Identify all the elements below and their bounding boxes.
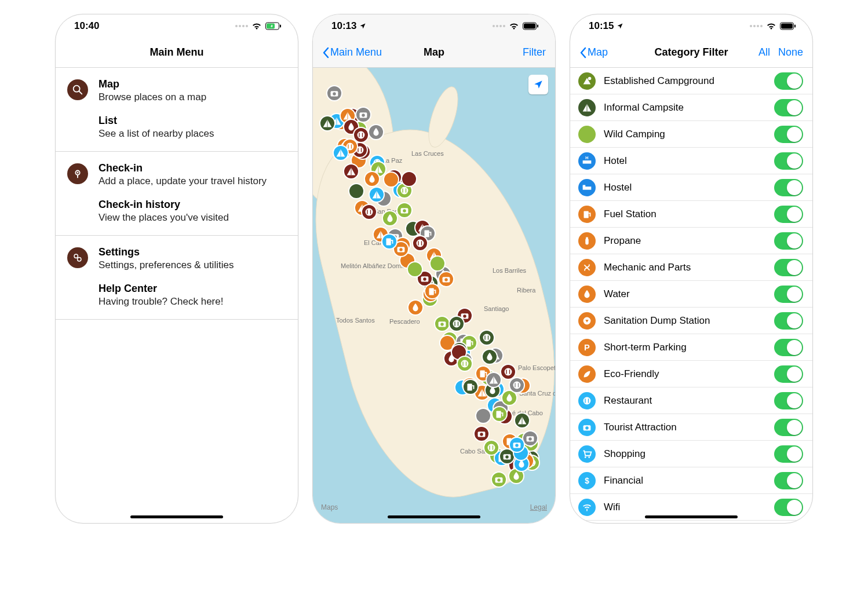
map-pin[interactable] bbox=[369, 186, 385, 203]
none-button[interactable]: None bbox=[778, 46, 803, 58]
filter-button[interactable]: Filter bbox=[523, 46, 546, 58]
filter-row[interactable]: Fuel Station bbox=[570, 201, 812, 228]
map-pin[interactable] bbox=[434, 316, 450, 332]
filter-row[interactable]: Informal Campsite bbox=[570, 94, 812, 121]
filter-row[interactable]: Propane bbox=[570, 228, 812, 254]
map-pin[interactable] bbox=[407, 299, 424, 316]
map-pin[interactable] bbox=[462, 379, 479, 395]
filter-row[interactable]: Mechanic and Parts bbox=[570, 254, 812, 281]
category-toggle[interactable] bbox=[774, 286, 803, 303]
map-pin[interactable] bbox=[448, 316, 465, 332]
filter-row[interactable]: Established Campground bbox=[570, 68, 812, 94]
filter-row[interactable]: PShort-term Parking bbox=[570, 334, 812, 361]
map-pin[interactable] bbox=[407, 261, 423, 277]
svg-point-125 bbox=[416, 240, 424, 247]
map-pin[interactable] bbox=[509, 377, 525, 393]
map-pin[interactable] bbox=[457, 356, 473, 372]
category-toggle[interactable] bbox=[774, 72, 803, 90]
menu-item[interactable]: Check-inAdd a place, update your travel … bbox=[67, 162, 286, 187]
home-indicator[interactable] bbox=[388, 515, 480, 518]
filter-row[interactable]: Eco-Friendly bbox=[570, 361, 812, 387]
phone-category-filter: 10:15 Map Category Filter All None Estab… bbox=[570, 14, 813, 524]
map-pin[interactable] bbox=[333, 145, 349, 161]
map-pin[interactable] bbox=[381, 233, 397, 250]
svg-rect-131 bbox=[781, 24, 793, 29]
category-toggle[interactable] bbox=[774, 365, 803, 383]
category-toggle[interactable] bbox=[774, 499, 803, 516]
map-pin[interactable] bbox=[509, 437, 525, 453]
filter-row[interactable]: Hostel bbox=[570, 174, 812, 201]
map-pin[interactable] bbox=[319, 115, 335, 131]
map-pin[interactable] bbox=[483, 440, 499, 456]
map-pin[interactable] bbox=[326, 85, 342, 101]
menu-item[interactable]: Help CenterHaving trouble? Check here! bbox=[67, 283, 286, 308]
category-toggle[interactable] bbox=[774, 152, 803, 170]
filter-row[interactable]: Sanitation Dump Station bbox=[570, 308, 812, 334]
map-pin[interactable] bbox=[424, 283, 440, 299]
chevron-left-icon bbox=[322, 47, 329, 58]
map-pin[interactable] bbox=[382, 210, 398, 226]
filter-row[interactable]: Tourist Attraction bbox=[570, 414, 812, 441]
category-toggle[interactable] bbox=[774, 126, 803, 143]
category-toggle[interactable] bbox=[774, 472, 803, 489]
map-pin[interactable] bbox=[353, 127, 369, 143]
menu-item[interactable]: MapBrowse places on a map bbox=[67, 78, 286, 103]
map-pin[interactable] bbox=[479, 330, 495, 346]
map-pin[interactable] bbox=[473, 426, 490, 442]
category-toggle[interactable] bbox=[774, 179, 803, 196]
filter-row[interactable]: Shopping bbox=[570, 441, 812, 467]
svg-rect-67 bbox=[361, 148, 362, 152]
filter-list[interactable]: Established CampgroundInformal CampsiteW… bbox=[570, 68, 812, 523]
map-pin[interactable] bbox=[401, 171, 417, 187]
map-pin[interactable] bbox=[355, 107, 371, 123]
all-button[interactable]: All bbox=[758, 46, 770, 58]
svg-point-151 bbox=[586, 510, 588, 511]
home-indicator[interactable] bbox=[645, 515, 738, 518]
category-toggle[interactable] bbox=[774, 419, 803, 436]
map-pin[interactable] bbox=[396, 202, 413, 218]
filter-row[interactable]: Water bbox=[570, 281, 812, 308]
filter-row[interactable]: Medical bbox=[570, 521, 812, 523]
locate-button[interactable] bbox=[528, 75, 548, 94]
category-toggle[interactable] bbox=[774, 392, 803, 409]
category-toggle[interactable] bbox=[774, 445, 803, 463]
menu-item[interactable]: SettingsSettings, preferences & utilitie… bbox=[67, 246, 286, 271]
map-pin[interactable] bbox=[348, 183, 364, 199]
filter-row[interactable]: Restaurant bbox=[570, 387, 812, 414]
category-toggle[interactable] bbox=[774, 206, 803, 223]
menu-item-subtitle: Add a place, update your travel history bbox=[99, 175, 267, 187]
category-toggle[interactable] bbox=[774, 339, 803, 356]
menu-item[interactable]: ListSee a list of nearby places bbox=[67, 115, 286, 140]
map-pin[interactable] bbox=[343, 163, 359, 180]
menu-item[interactable]: Check-in historyView the places you've v… bbox=[67, 199, 286, 224]
map-pin[interactable] bbox=[364, 171, 380, 187]
map-pin[interactable] bbox=[412, 235, 428, 251]
battery-icon bbox=[523, 22, 539, 30]
filter-row[interactable]: HHotel bbox=[570, 148, 812, 174]
map-viewport[interactable]: Maps Legal La PazLas CrucesSan PedroEl C… bbox=[313, 68, 555, 523]
map-pin[interactable] bbox=[361, 204, 377, 220]
map-pin[interactable] bbox=[491, 471, 507, 488]
category-toggle[interactable] bbox=[774, 259, 803, 276]
category-toggle[interactable] bbox=[774, 232, 803, 250]
map-pin[interactable] bbox=[514, 412, 530, 429]
map-pin[interactable] bbox=[429, 255, 446, 272]
map-legal-link[interactable]: Legal bbox=[530, 503, 547, 511]
map-pin[interactable] bbox=[475, 408, 491, 424]
map-pin[interactable] bbox=[482, 349, 498, 365]
svg-rect-115 bbox=[386, 239, 391, 246]
back-button[interactable]: Map bbox=[579, 46, 608, 58]
menu-group: Check-inAdd a place, update your travel … bbox=[56, 152, 298, 236]
map-pin[interactable] bbox=[491, 406, 508, 422]
nav-bar: Map Category Filter All None bbox=[570, 38, 812, 68]
category-toggle[interactable] bbox=[774, 312, 803, 330]
filter-row[interactable]: Wild Camping bbox=[570, 121, 812, 148]
map-pin[interactable] bbox=[368, 124, 384, 140]
map-pin[interactable] bbox=[486, 372, 502, 388]
map-pin[interactable] bbox=[383, 171, 399, 188]
back-button[interactable]: Main Menu bbox=[322, 46, 382, 58]
filter-row[interactable]: $Financial bbox=[570, 467, 812, 494]
category-toggle[interactable] bbox=[774, 99, 803, 116]
map-pin[interactable] bbox=[438, 271, 454, 287]
home-indicator[interactable] bbox=[130, 515, 223, 518]
